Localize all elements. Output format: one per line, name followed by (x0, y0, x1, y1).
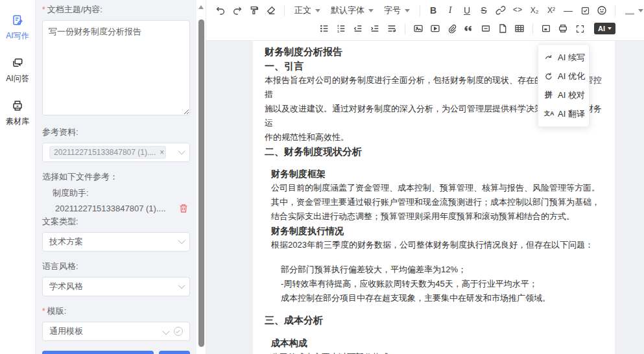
panel-scrollbar[interactable] (197, 0, 206, 354)
doc-line: 部分部门预算执行偏差较大，平均偏差率为12%； (281, 263, 604, 277)
sidebar-item-label: AI写作 (6, 30, 29, 41)
download-button[interactable]: 下载 (159, 351, 190, 354)
font-family-select[interactable]: 默认字体 (326, 3, 378, 18)
snippet-button[interactable] (495, 21, 510, 36)
topic-label: *文档主题/内容: (42, 4, 190, 16)
sidebar-item-material-library[interactable]: 素材库 (6, 100, 29, 127)
doc-block-h1: 三、成本分析 (265, 313, 604, 327)
editor-area: 正文 默认字体 字号 B I U S <> X₂ X² — (206, 0, 644, 354)
highlighter-icon (625, 6, 634, 15)
doc-line: 其中，资金管理主要通过银行账户管理和现金流预测进行；成本控制以部门预算为基础， (271, 195, 604, 209)
checkbox-button[interactable] (577, 3, 593, 18)
editor-toolbar: 正文 默认字体 字号 B I U S <> X₂ X² — (206, 0, 644, 41)
file-reference-label: 选择如下文件参考： (42, 171, 190, 183)
doc-block-li: 成本控制在部分项目中存在超支现象，主要集中在研发和市场推广领域。 (265, 291, 604, 305)
ai-tools-menu: AI 续写 AI 优化 拼 AI 校对 文A AI 翻译 (538, 44, 590, 127)
eraser-button[interactable] (263, 3, 279, 18)
doc-line: 结合实际支出进行动态调整；预算管理则采用年度预算和滚动预算相结合的方式。 (271, 209, 604, 224)
toolbar-row-2: AI (316, 19, 644, 38)
sidebar-item-label: AI问答 (6, 73, 29, 84)
doc-line: 根据2023年前三季度的财务数据，公司整体财务制度执行情况良好，但存在以下问题： (271, 238, 604, 252)
page-setup-button[interactable] (538, 21, 554, 36)
link-button[interactable] (493, 3, 508, 18)
scroll-up-icon[interactable] (198, 5, 204, 9)
horizontal-rule-button[interactable]: — (560, 3, 576, 18)
doc-line: 作的规范性和高效性。 (265, 130, 604, 145)
paragraph-style-select[interactable]: 正文 (290, 3, 325, 18)
menu-item-ai-optimize[interactable]: AI 优化 (538, 67, 589, 86)
blockquote-button[interactable] (461, 21, 477, 36)
doc-block-h2: 财务制度框架 (265, 167, 604, 181)
nav-rail: AI写作 AI问答 素材库 (0, 0, 36, 354)
chevron-down-icon (162, 327, 169, 335)
doc-edit-icon (12, 14, 23, 29)
reference-tag: 2021122715133847807 (1).... × (49, 146, 166, 159)
required-mark: * (42, 307, 45, 316)
indent-button[interactable] (367, 21, 383, 36)
doc-line: 公司的成本主要由以下部分构成： (271, 350, 604, 354)
doc-line: 财务制度执行情况 (271, 224, 604, 238)
doc-line: -周转效率有待提高，应收账款周转天数为45天，高于行业平均水平； (281, 277, 604, 291)
reference-select[interactable]: 2021122715133847807 (1).... × (42, 143, 190, 162)
chevron-down-icon (178, 281, 185, 289)
insert-image-button[interactable] (411, 21, 426, 36)
chevron-down-icon (608, 27, 612, 30)
insert-video-button[interactable] (427, 21, 443, 36)
file-reference-row: 2021122715133847807 (1).... (55, 203, 190, 213)
sidebar-item-label: 素材库 (6, 116, 29, 127)
chevron-down-icon (178, 147, 185, 154)
chevron-down-icon (638, 9, 643, 12)
template-select-icons (163, 327, 183, 336)
inline-code-button[interactable]: <> (510, 3, 525, 18)
generate-button[interactable]: 生成 (42, 351, 154, 354)
bullet-list-button[interactable] (316, 21, 332, 36)
ordered-list-button[interactable] (333, 21, 349, 36)
ai-tools-button[interactable]: AI (594, 23, 615, 34)
menu-item-ai-proofread[interactable]: 拼 AI 校对 (538, 86, 589, 104)
line-spacing-button[interactable] (384, 21, 400, 36)
sidebar-item-ai-qa[interactable]: AI问答 (6, 57, 29, 84)
format-painter-button[interactable] (246, 3, 262, 18)
subscript-button[interactable]: X₂ (527, 3, 542, 18)
toolbar-separator (420, 5, 420, 16)
undo-button[interactable] (213, 3, 228, 18)
doc-line: 成本控制在部分项目中存在超支现象，主要集中在研发和市场推广领域。 (281, 291, 604, 305)
insert-table-button[interactable] (512, 21, 527, 36)
strikethrough-button[interactable]: S (476, 3, 492, 18)
italic-button[interactable]: I (442, 3, 458, 18)
toolbar-separator (532, 23, 533, 34)
scrollbar-thumb[interactable] (198, 19, 204, 347)
highlight-color-button[interactable] (621, 3, 644, 18)
doc-block-li: -周转效率有待提高，应收账款周转天数为45天，高于行业平均水平； (265, 277, 604, 291)
template-select[interactable]: 通用模板 (42, 322, 190, 341)
bold-button[interactable]: B (425, 3, 441, 18)
doc-block-h2: 财务制度执行情况 (265, 224, 604, 238)
print-button[interactable] (555, 21, 571, 36)
chevron-down-icon (405, 9, 410, 12)
doc-block-p2: 公司目前的制度涵盖了资金管理、成本控制、预算管理、核算与报告、风险管理等方面。其… (265, 181, 604, 224)
toolbar-row-1: 正文 默认字体 字号 B I U S <> X₂ X² — (213, 1, 644, 19)
underline-button[interactable]: U (459, 3, 475, 18)
language-style-value: 学术风格 (49, 281, 83, 292)
menu-item-ai-translate[interactable]: 文A AI 翻译 (538, 104, 589, 123)
sidebar-item-ai-writing[interactable]: AI写作 (6, 14, 29, 41)
template-label: *模版: (42, 305, 190, 317)
attachment-button[interactable] (444, 21, 460, 36)
chat-icon (12, 57, 23, 71)
trash-icon[interactable] (178, 203, 189, 213)
language-style-select[interactable]: 学术风格 (42, 277, 190, 296)
topic-input[interactable]: 写一份财务制度分析报告 (42, 20, 190, 115)
tag-close-icon[interactable]: × (160, 148, 164, 157)
outdent-button[interactable] (350, 21, 366, 36)
doc-line: 三、成本分析 (265, 313, 604, 327)
emoji-button[interactable] (594, 3, 610, 18)
divider-button[interactable] (478, 21, 494, 36)
font-size-select[interactable]: 字号 (379, 3, 414, 18)
optimize-icon (544, 72, 553, 81)
doc-type-select[interactable]: 技术方案 (42, 232, 190, 252)
menu-item-ai-continue[interactable]: AI 续写 (538, 48, 589, 67)
fullscreen-button[interactable] (572, 21, 588, 36)
superscript-button[interactable]: X² (543, 3, 559, 18)
redo-button[interactable] (230, 3, 245, 18)
proofread-icon: 拼 (544, 89, 553, 100)
